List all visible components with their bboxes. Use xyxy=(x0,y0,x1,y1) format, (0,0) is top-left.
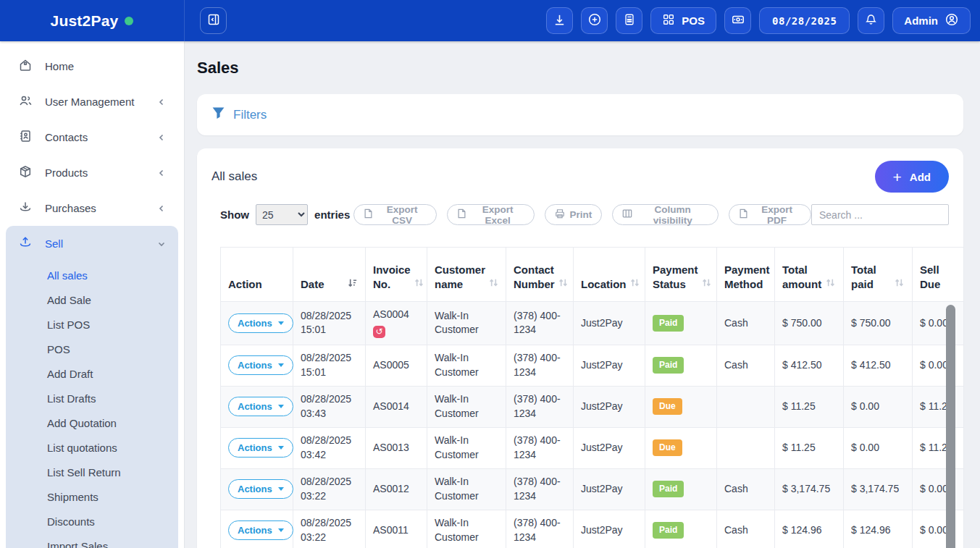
invoice-number: AS0012 xyxy=(373,482,422,497)
export-excel-button[interactable]: Export Excel xyxy=(447,204,535,225)
submenu-item-add-draft[interactable]: Add Draft xyxy=(47,361,178,386)
sell-due-cell: $ 0.00 xyxy=(913,302,964,345)
submenu-item-shipments[interactable]: Shipments xyxy=(47,484,178,509)
sell-section: Sell All salesAdd SaleList POSPOSAdd Dra… xyxy=(6,226,178,548)
sell-due-cell: $ 0.00 xyxy=(913,468,964,510)
sidebar-item-home[interactable]: Home xyxy=(6,49,178,84)
date-button[interactable]: 08/28/2025 xyxy=(759,7,850,34)
show-label: Show xyxy=(220,208,249,221)
action-cell: Actions xyxy=(221,427,293,468)
column-header-label: Invoice No. xyxy=(373,263,411,292)
payment-method-cell: Cash xyxy=(717,302,775,345)
column-header-total-amount[interactable]: Total amount xyxy=(775,248,844,302)
table-row: Actions08/28/2025 15:01AS0005Walk-In Cus… xyxy=(221,345,964,386)
brand-area: Just2Pay xyxy=(0,0,185,41)
column-header-payment-status[interactable]: Payment Status xyxy=(645,248,717,302)
column-header-payment-method: Payment Method xyxy=(717,248,775,302)
status-dot-icon xyxy=(125,17,133,25)
vertical-scrollbar[interactable] xyxy=(946,305,955,548)
actions-button-label: Actions xyxy=(238,442,272,453)
export-pdf-button[interactable]: Export PDF xyxy=(729,204,811,225)
admin-menu-button[interactable]: Admin xyxy=(892,7,971,34)
actions-dropdown-button[interactable]: Actions xyxy=(228,520,293,540)
column-header-date[interactable]: Date xyxy=(293,248,366,302)
actions-dropdown-button[interactable]: Actions xyxy=(228,397,293,416)
date-cell: 08/28/2025 03:43 xyxy=(293,386,366,427)
table-row: Actions08/28/2025 03:42AS0013Walk-In Cus… xyxy=(221,427,964,468)
sell-icon xyxy=(18,235,33,252)
submenu-item-list-pos[interactable]: List POS xyxy=(47,312,178,337)
filters-panel[interactable]: Filters xyxy=(197,94,963,135)
actions-dropdown-button[interactable]: Actions xyxy=(228,479,293,499)
column-visibility-button[interactable]: Column visibility xyxy=(612,204,719,225)
contact-number-cell: (378) 400-1234 xyxy=(506,510,574,548)
customer-name-cell: Walk-In Customer xyxy=(427,345,506,386)
customer-name-cell: Walk-In Customer xyxy=(427,510,506,548)
export-csv-button[interactable]: Export CSV xyxy=(353,204,437,225)
submenu-item-list-sell-return[interactable]: List Sell Return xyxy=(47,460,178,484)
sidebar-item-label: User Management xyxy=(45,96,145,108)
page-title: Sales xyxy=(197,59,963,77)
app-logo[interactable]: Just2Pay xyxy=(51,12,119,30)
sidebar-item-sell[interactable]: Sell xyxy=(6,226,178,261)
caret-down-icon xyxy=(278,363,284,367)
submenu-item-pos[interactable]: POS xyxy=(47,337,178,361)
sidebar-item-contacts[interactable]: Contacts xyxy=(6,119,178,155)
submenu-item-add-sale[interactable]: Add Sale xyxy=(47,287,178,312)
sidebar-item-products[interactable]: Products xyxy=(6,155,178,190)
sell-return-icon[interactable]: ↺ xyxy=(373,326,385,338)
download-button[interactable] xyxy=(546,7,573,34)
column-header-contact-number[interactable]: Contact Number xyxy=(506,248,574,302)
submenu-item-discounts[interactable]: Discounts xyxy=(47,509,178,534)
actions-dropdown-button[interactable]: Actions xyxy=(228,313,293,333)
column-header-location[interactable]: Location xyxy=(574,248,645,302)
sales-table-wrap: ActionDateInvoice No.Customer nameContac… xyxy=(220,247,963,548)
customer-name-cell: Walk-In Customer xyxy=(427,468,506,510)
submenu-item-all-sales[interactable]: All sales xyxy=(47,263,178,287)
submenu-item-add-quotation[interactable]: Add Quotation xyxy=(47,410,178,435)
actions-dropdown-button[interactable]: Actions xyxy=(228,438,293,458)
column-header-total-paid[interactable]: Total paid xyxy=(844,248,913,302)
location-cell: Just2Pay xyxy=(574,427,645,468)
all-sales-panel: All sales + Add Show 25 entries Export C… xyxy=(197,148,963,548)
contact-number-cell: (378) 400-1234 xyxy=(506,302,574,345)
date-cell: 08/28/2025 15:01 xyxy=(293,302,366,345)
sort-icon xyxy=(629,277,640,292)
page-size-select[interactable]: 25 xyxy=(256,204,308,225)
search-input[interactable] xyxy=(811,204,949,225)
actions-button-label: Actions xyxy=(238,484,272,494)
notifications-button[interactable] xyxy=(858,7,884,34)
invoice-cell: AS0014 xyxy=(366,386,427,427)
payment-status-cell: Due xyxy=(645,427,717,468)
total-paid-cell: $ 412.50 xyxy=(844,345,913,386)
submenu-item-import-sales[interactable]: Import Sales xyxy=(47,534,178,548)
invoice-number: AS0011 xyxy=(373,523,422,538)
plus-icon: + xyxy=(893,169,902,185)
user-circle-icon xyxy=(945,12,959,29)
sidebar-item-purchases[interactable]: Purchases xyxy=(6,190,178,226)
column-header-customer-name[interactable]: Customer name xyxy=(427,248,506,302)
column-header-action: Action xyxy=(221,248,293,302)
sidebar-item-user-management[interactable]: User Management xyxy=(6,84,178,119)
print-button[interactable]: Print xyxy=(545,204,602,225)
submenu-item-list-quotations[interactable]: List quotations xyxy=(47,435,178,460)
payment-method-cell: Cash xyxy=(717,510,775,548)
pos-button[interactable]: POS xyxy=(650,7,716,34)
date-cell: 08/28/2025 03:42 xyxy=(293,427,366,468)
add-sale-button[interactable]: + Add xyxy=(875,161,949,193)
table-row: Actions08/28/2025 03:43AS0014Walk-In Cus… xyxy=(221,386,964,427)
actions-dropdown-button[interactable]: Actions xyxy=(228,355,293,375)
table-row: Actions08/28/2025 03:22AS0011Walk-In Cus… xyxy=(221,510,964,548)
columns-icon xyxy=(622,208,632,221)
action-cell: Actions xyxy=(221,386,293,427)
sell-due-cell: $ 11.25 xyxy=(913,386,964,427)
admin-label: Admin xyxy=(904,14,938,27)
column-header-invoice-no-[interactable]: Invoice No. xyxy=(366,248,427,302)
quick-add-button[interactable] xyxy=(581,7,608,34)
cash-register-button[interactable] xyxy=(724,7,751,34)
sidebar-collapse-button[interactable] xyxy=(200,7,227,34)
date-cell: 08/28/2025 03:22 xyxy=(293,510,366,548)
submenu-item-list-drafts[interactable]: List Drafts xyxy=(47,386,178,410)
calculator-button[interactable] xyxy=(616,7,642,34)
export-button-label: Export CSV xyxy=(377,204,427,226)
